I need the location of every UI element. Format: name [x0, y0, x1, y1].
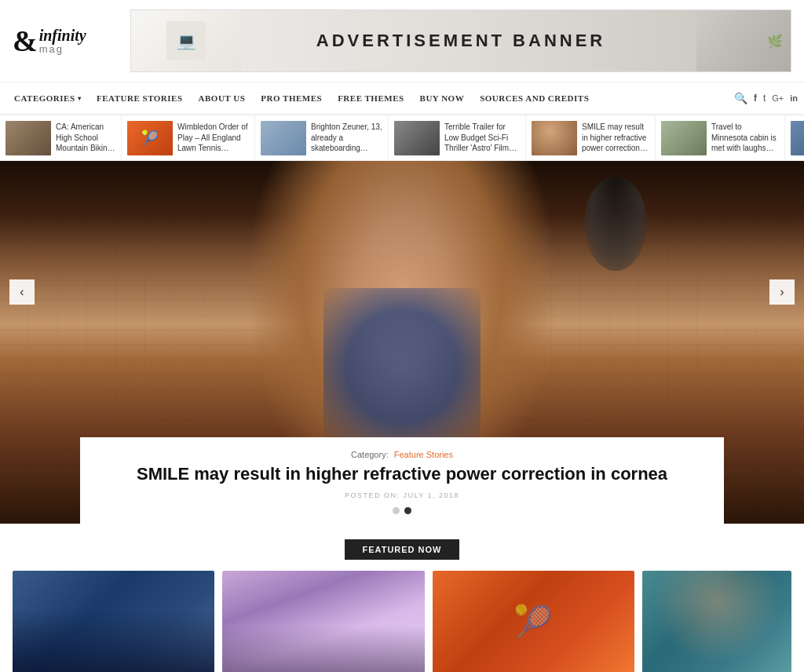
news-ticker: CA: American High School Mountain Biking… [0, 115, 804, 161]
linkedin-icon[interactable]: in [790, 93, 798, 103]
twitter-icon[interactable]: t [763, 93, 766, 104]
featured-card-1[interactable] [13, 571, 214, 672]
ticker-thumb-4 [394, 121, 440, 155]
ticker-thumb-3 [261, 121, 306, 155]
ticker-item-3[interactable]: Brighton Zeuner, 13, already a skateboar… [255, 115, 389, 160]
nav-items: CATEGORIES ▾ FEATURE STORIES ABOUT US PR… [6, 82, 597, 114]
ticker-title-1: CA: American High School Mountain Biking… [56, 122, 115, 154]
facebook-icon[interactable]: f [754, 93, 757, 104]
featured-now-label: Featured Now [345, 539, 459, 560]
search-icon[interactable]: 🔍 [734, 92, 747, 105]
ad-banner-left-decor: 💻 [131, 10, 241, 71]
nav-item-buy-now[interactable]: BUY NOW [412, 82, 473, 115]
ticker-thumb-2: 🎾 [127, 121, 173, 155]
chevron-right-icon: › [780, 285, 784, 299]
nav-social: 🔍 f t G+ in [734, 92, 798, 105]
nav-item-categories[interactable]: CATEGORIES ▾ [6, 82, 89, 115]
chevron-down-icon: ▾ [78, 95, 82, 102]
ticker-thumb-6 [661, 121, 707, 155]
ticker-item-4[interactable]: Terrible Trailer for Low Budget Sci-Fi T… [389, 115, 526, 160]
hero-category-link[interactable]: Feature Stories [394, 450, 453, 459]
featured-grid: 🎾 [13, 571, 791, 672]
ticker-title-5: SMILE may result in higher refractive po… [582, 122, 649, 154]
hero-overlay-card: Category: Feature Stories SMILE may resu… [80, 437, 724, 524]
hero-title[interactable]: SMILE may result in higher refractive po… [104, 463, 700, 486]
ticker-title-3: Brighton Zeuner, 13, already a skateboar… [311, 122, 382, 154]
ticker-title-2: Wimbledon Order of Play – All England La… [177, 122, 249, 154]
hero-prev-button[interactable]: ‹ [9, 279, 35, 305]
logo[interactable]: & infinity mag [13, 26, 115, 56]
main-nav: CATEGORIES ▾ FEATURE STORIES ABOUT US PR… [0, 82, 804, 115]
ticker-thumb-7 [791, 121, 804, 155]
googleplus-icon[interactable]: G+ [772, 93, 784, 103]
hero-dot-2[interactable] [404, 507, 411, 514]
nav-item-free-themes[interactable]: FREE THEMES [330, 82, 411, 115]
hero-category-line: Category: Feature Stories [104, 450, 700, 459]
ticker-thumb-5 [532, 121, 577, 155]
hero-category-prefix: Category: [351, 450, 389, 459]
ticker-item-5[interactable]: SMILE may result in higher refractive po… [526, 115, 656, 160]
ticker-title-6: Travel to Minnesota cabin is met with la… [711, 122, 779, 154]
ticker-title-4: Terrible Trailer for Low Budget Sci-Fi T… [444, 122, 520, 154]
site-header: & infinity mag 💻 ADVERTISEMENT BANNER 🌿 [0, 0, 804, 82]
ticker-item-2[interactable]: 🎾 Wimbledon Order of Play – All England … [122, 115, 255, 160]
nav-item-about-us[interactable]: ABOUT US [191, 82, 254, 115]
hero-dot-1[interactable] [393, 507, 400, 514]
featured-section: Featured Now 🎾 [0, 524, 804, 672]
ticker-thumb-1 [5, 121, 51, 155]
ticker-item-1[interactable]: CA: American High School Mountain Biking… [0, 115, 122, 160]
featured-card-3[interactable]: 🎾 [433, 571, 634, 672]
featured-card-4[interactable] [642, 571, 791, 672]
logo-mag: mag [39, 44, 86, 55]
chevron-left-icon: ‹ [20, 285, 24, 299]
hero-slider: ‹ › Category: Feature Stories SMILE may … [0, 161, 804, 524]
hero-next-button[interactable]: › [769, 279, 795, 305]
ad-banner-text: ADVERTISEMENT BANNER [316, 31, 605, 51]
section-title-bar: Featured Now [13, 539, 791, 560]
logo-title: infinity [39, 27, 86, 44]
featured-card-2[interactable] [222, 571, 424, 672]
logo-text-block: infinity mag [39, 27, 86, 55]
nav-item-sources-credits[interactable]: SOURCES AND CREDITS [472, 82, 597, 115]
ticker-item-6[interactable]: Travel to Minnesota cabin is met with la… [656, 115, 785, 160]
hero-date: POSTED ON: JULY 1, 2018 [104, 491, 700, 499]
ad-banner-right-decor: 🌿 [696, 10, 791, 71]
nav-item-feature-stories[interactable]: FEATURE STORIES [89, 82, 191, 115]
logo-ampersand: & [13, 26, 38, 56]
ticker-item-7[interactable]: 20 of the best trips for solo trave... [785, 115, 804, 160]
nav-item-pro-themes[interactable]: PRO THEMES [253, 82, 330, 115]
hero-dots [104, 507, 700, 524]
ad-banner: 💻 ADVERTISEMENT BANNER 🌿 [130, 9, 791, 72]
